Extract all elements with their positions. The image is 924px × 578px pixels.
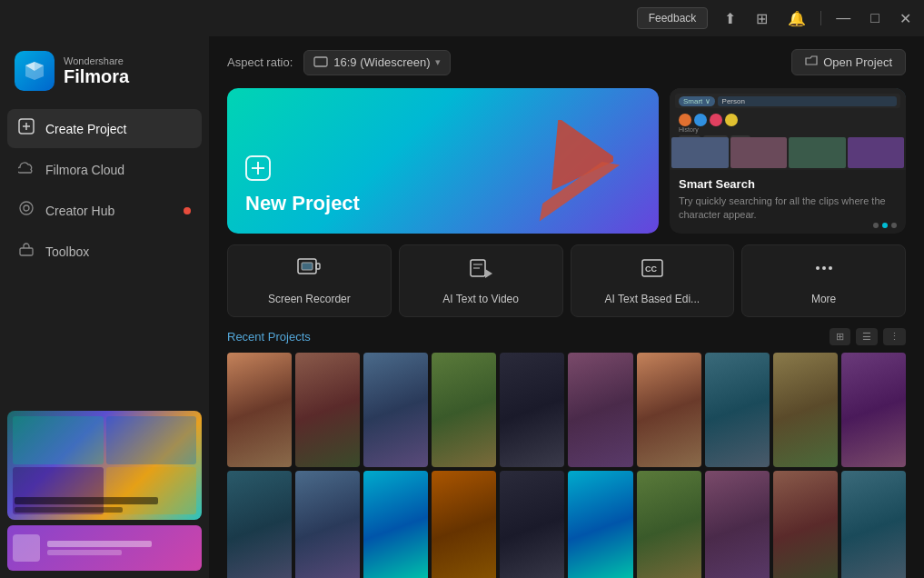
media-thumb-5[interactable] bbox=[500, 353, 564, 467]
media-thumb-8[interactable] bbox=[705, 353, 770, 467]
card-dot-1 bbox=[873, 223, 879, 228]
person-dot-4 bbox=[725, 114, 738, 126]
quick-action-more[interactable]: More bbox=[741, 244, 906, 317]
list-view-button[interactable]: ☰ bbox=[856, 328, 878, 345]
more-icon bbox=[812, 256, 836, 285]
card-dot-2 bbox=[882, 223, 888, 228]
svg-marker-7 bbox=[532, 120, 613, 202]
sidebar-item-filmora-cloud[interactable]: Filmora Cloud bbox=[7, 150, 202, 189]
svg-point-21 bbox=[822, 266, 826, 270]
media-thumb-20[interactable] bbox=[841, 471, 906, 578]
screen-recorder-icon bbox=[297, 256, 321, 285]
quick-action-ai-text-to-video[interactable]: AI Text to Video bbox=[399, 244, 563, 317]
chevron-down-icon: ▾ bbox=[435, 56, 441, 68]
media-thumb-18[interactable] bbox=[705, 471, 770, 578]
svg-point-20 bbox=[816, 266, 820, 270]
content-area: Aspect ratio: 16:9 (Widescreen) ▾ Open P… bbox=[209, 36, 924, 578]
filmora-cloud-label: Filmora Cloud bbox=[45, 163, 124, 177]
screen-recorder-label: Screen Recorder bbox=[268, 293, 351, 305]
media-thumb-17[interactable] bbox=[637, 471, 701, 578]
quick-actions: Screen Recorder AI Text to Video bbox=[209, 244, 924, 328]
sidebar-nav: Create Project Filmora Cloud Creator bbox=[0, 109, 209, 271]
titlebar-icons: ⬆ ⊞ 🔔 — □ ✕ bbox=[719, 8, 917, 29]
smart-search-desc: Try quickly searching for all the clips … bbox=[679, 194, 897, 223]
bell-icon[interactable]: 🔔 bbox=[782, 8, 811, 29]
upload-icon[interactable]: ⬆ bbox=[719, 8, 741, 29]
content-topbar: Aspect ratio: 16:9 (Widescreen) ▾ Open P… bbox=[209, 36, 924, 88]
aspect-value: 16:9 (Widescreen) bbox=[333, 55, 430, 69]
media-thumb-9[interactable] bbox=[773, 353, 838, 467]
smart-filter-pill: Smart ∨ bbox=[679, 96, 715, 106]
section-actions: ⊞ ☰ ⋮ bbox=[830, 328, 906, 345]
media-thumb-16[interactable] bbox=[568, 471, 632, 578]
history-label: History bbox=[679, 126, 699, 133]
new-project-card[interactable]: New Project bbox=[227, 88, 659, 234]
svg-point-22 bbox=[829, 266, 832, 270]
media-thumb-4[interactable] bbox=[432, 353, 496, 467]
svg-point-4 bbox=[24, 205, 29, 211]
feedback-button[interactable]: Feedback bbox=[637, 7, 709, 29]
media-thumb-11[interactable] bbox=[227, 471, 292, 578]
media-thumb-10[interactable] bbox=[841, 353, 906, 467]
media-thumb-15[interactable] bbox=[500, 471, 564, 578]
svg-point-3 bbox=[20, 202, 33, 214]
media-thumb-14[interactable] bbox=[432, 471, 496, 578]
smart-search-preview: Smart ∨ Person History smile dance bbox=[670, 88, 906, 170]
aspect-label: Aspect ratio: bbox=[227, 55, 293, 69]
minimize-icon[interactable]: — bbox=[830, 8, 856, 28]
person-dot-1 bbox=[679, 114, 691, 126]
new-project-title: New Project bbox=[245, 192, 641, 215]
section-title: Recent Projects bbox=[227, 330, 311, 344]
smart-search-title: Smart Search bbox=[679, 177, 897, 191]
svg-rect-6 bbox=[314, 57, 327, 66]
logo-title: Filmora bbox=[64, 66, 129, 87]
ss-topbar: Smart ∨ Person bbox=[675, 94, 900, 108]
quick-action-ai-text-based-edit[interactable]: CC AI Text Based Edi... bbox=[571, 244, 735, 317]
recent-thumb-1[interactable] bbox=[7, 411, 202, 520]
ai-text-based-edit-label: AI Text Based Edi... bbox=[605, 293, 700, 305]
card-dot-3 bbox=[891, 223, 897, 228]
media-thumb-13[interactable] bbox=[363, 471, 428, 578]
open-project-label: Open Project bbox=[823, 55, 892, 69]
ai-text-to-video-label: AI Text to Video bbox=[442, 293, 519, 305]
media-grid-row-1 bbox=[227, 353, 906, 467]
create-project-label: Create Project bbox=[45, 122, 126, 136]
creator-hub-label: Creator Hub bbox=[45, 204, 114, 218]
aspect-dropdown[interactable]: 16:9 (Widescreen) ▾ bbox=[303, 50, 451, 75]
svg-rect-13 bbox=[316, 264, 320, 269]
recent-thumb-2[interactable] bbox=[7, 525, 202, 571]
folder-icon bbox=[805, 55, 818, 69]
close-icon[interactable]: ✕ bbox=[894, 8, 917, 29]
media-thumb-2[interactable] bbox=[295, 353, 360, 467]
sidebar-item-create-project[interactable]: Create Project bbox=[7, 109, 202, 148]
sidebar-item-creator-hub[interactable]: Creator Hub bbox=[7, 191, 202, 230]
media-thumb-1[interactable] bbox=[227, 353, 292, 467]
sort-button[interactable]: ⋮ bbox=[883, 328, 906, 345]
add-icon bbox=[245, 155, 641, 186]
person-dot-2 bbox=[694, 114, 707, 126]
quick-action-screen-recorder[interactable]: Screen Recorder bbox=[227, 244, 392, 317]
smart-search-card[interactable]: New Smart ∨ Person History bbox=[670, 88, 906, 234]
ai-text-to-video-icon bbox=[469, 256, 492, 285]
more-label: More bbox=[811, 293, 836, 305]
svg-text:CC: CC bbox=[645, 264, 657, 274]
ss-search-bar: Person bbox=[718, 96, 897, 106]
grid-icon[interactable]: ⊞ bbox=[750, 8, 773, 29]
media-thumb-19[interactable] bbox=[773, 471, 838, 578]
logo-icon bbox=[15, 51, 55, 91]
media-thumb-7[interactable] bbox=[637, 353, 701, 467]
grid-view-button[interactable]: ⊞ bbox=[830, 328, 850, 345]
open-project-button[interactable]: Open Project bbox=[791, 49, 906, 75]
svg-rect-5 bbox=[20, 248, 33, 255]
separator bbox=[820, 11, 821, 25]
media-thumb-3[interactable] bbox=[363, 353, 428, 467]
maximize-icon[interactable]: □ bbox=[865, 8, 885, 28]
filmora-cloud-icon bbox=[18, 159, 35, 180]
ss-dots-row bbox=[679, 114, 738, 126]
sidebar-recent bbox=[0, 404, 209, 578]
media-grid-row-2 bbox=[227, 471, 906, 578]
sidebar-item-toolbox[interactable]: Toolbox bbox=[7, 232, 202, 271]
title-bar: Feedback ⬆ ⊞ 🔔 — □ ✕ bbox=[0, 0, 924, 36]
media-thumb-12[interactable] bbox=[295, 471, 360, 578]
media-thumb-6[interactable] bbox=[568, 353, 632, 467]
